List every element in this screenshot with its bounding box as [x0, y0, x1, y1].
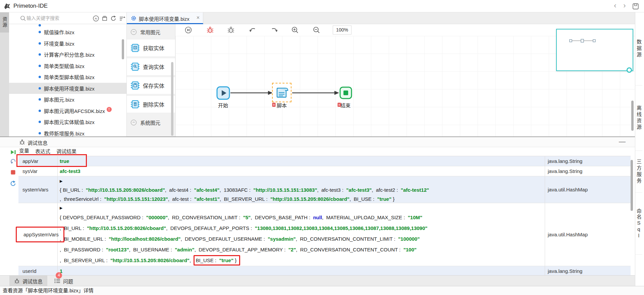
gear-icon: [131, 15, 137, 21]
tab-variables[interactable]: 变量: [18, 147, 30, 155]
tab-close-icon[interactable]: ×: [197, 15, 200, 21]
resume-icon[interactable]: [10, 149, 16, 155]
tree-bullet-icon: [39, 24, 41, 26]
tree-bullet-icon: [39, 42, 41, 45]
tree-bullet-icon: [39, 76, 41, 78]
debug-scrollbar[interactable]: [631, 160, 633, 211]
sort-list-icon[interactable]: [119, 15, 125, 22]
minimize-panel-button[interactable]: —: [619, 138, 626, 145]
minimap-preview: [568, 37, 608, 45]
debug-panel: 调试信息 — 变量 表达式 调试结果 appVar true java.lang…: [0, 136, 635, 275]
redo-icon[interactable]: [270, 26, 278, 34]
zoom-out-icon[interactable]: [313, 26, 320, 34]
var-name: sysVar: [18, 166, 58, 176]
palette-item-save-entity[interactable]: 保存实体: [127, 77, 175, 94]
table-row-appsystemvars[interactable]: appSystemVars ▶{ DEVOPS_DEFAULT_PASSWORD…: [18, 203, 631, 266]
module-box-icon[interactable]: [101, 15, 108, 22]
debug-active-icon[interactable]: [206, 26, 214, 34]
var-value[interactable]: ▶{ DEVOPS_DEFAULT_PASSWORD : "000000", R…: [58, 203, 545, 266]
end-node[interactable]: [339, 86, 352, 99]
collapse-icon[interactable]: −: [131, 120, 137, 125]
refresh-icon[interactable]: [110, 15, 117, 22]
tab-label: 脚本使用环境变量.bizx: [139, 15, 190, 22]
script-node[interactable]: [274, 85, 289, 100]
tree-item[interactable]: 脚本图元调用AFCSDK.bizx!: [9, 105, 126, 117]
tree-item[interactable]: 教师新增服务.bizx: [9, 128, 126, 137]
step-over-icon[interactable]: [10, 158, 16, 164]
bottom-tab-problems[interactable]: 问题: [50, 276, 78, 286]
palette-item-delete-entity[interactable]: 删除实体: [127, 96, 175, 113]
var-type: java.util.HashMap: [545, 176, 631, 203]
start-node-label: 开始: [210, 102, 236, 109]
tree-item[interactable]: 脚本图元实体赋值.bizx: [9, 116, 126, 128]
bottom-tab-debug-info[interactable]: 调试信息: [9, 276, 47, 286]
tree-item[interactable]: 简单类型脚本赋值.bizx: [9, 71, 126, 83]
collapse-icon[interactable]: −: [131, 29, 137, 35]
left-rail-tab-resources[interactable]: 资源: [0, 12, 9, 33]
right-tab-named-sql[interactable]: 命名Sql: [635, 193, 642, 255]
chip-get-entity-icon: [130, 43, 140, 53]
tree-bullet-icon: [39, 121, 41, 123]
script-node-change-marker-icon: [272, 103, 276, 107]
palette-section-system[interactable]: − 系统图元: [127, 115, 175, 130]
table-row-userid[interactable]: userId 1 java.lang.String: [18, 266, 631, 276]
debug-bug-icon: [19, 139, 25, 145]
debug-settings-icon[interactable]: [227, 26, 235, 34]
tree-item[interactable]: 赋值操作.bizx: [9, 26, 126, 38]
search-input[interactable]: [26, 14, 87, 22]
undo-icon[interactable]: [249, 26, 257, 34]
tree-scrollbar[interactable]: [122, 39, 124, 59]
tree-item[interactable]: 环境变量.bizx: [9, 38, 126, 49]
nav-back-button[interactable]: ‹: [611, 2, 619, 10]
tree-bullet-icon: [39, 53, 41, 56]
run-step-icon[interactable]: [184, 26, 192, 34]
palette-item-get-entity[interactable]: 获取实体: [127, 40, 175, 56]
table-row-appvar[interactable]: appVar true java.lang.String: [18, 156, 631, 166]
editor-tab-bar: 脚本使用环境变量.bizx ×: [127, 12, 635, 24]
right-tab-third-party-service[interactable]: 三方服务: [635, 151, 642, 193]
variables-table: appVar true java.lang.String sysVar afc-…: [18, 156, 631, 276]
var-name: appVar: [18, 156, 58, 166]
tree-item-selected[interactable]: 脚本使用环境变量.bizx: [9, 83, 126, 94]
right-tab-datasource[interactable]: 数据源: [635, 12, 642, 85]
tab-debug-result[interactable]: 调试结果: [56, 148, 77, 155]
status-bar: 查看资源「脚本使用环境变量.bizx」详情: [0, 286, 644, 295]
table-row-systemvars[interactable]: systemVars ▶{ BI_URL : "http://10.15.15.…: [18, 176, 631, 203]
app-title: Primeton-IDE: [13, 3, 48, 9]
tree-item[interactable]: 计算客户积分信息.bizx: [9, 49, 126, 60]
save-icon[interactable]: [632, 3, 639, 10]
minimap-resize-handle[interactable]: [627, 67, 632, 73]
nav-forward-button[interactable]: ›: [621, 2, 629, 10]
chip-query-entity-icon: [130, 62, 140, 72]
chip-save-entity-icon: [130, 80, 140, 91]
zoom-level-display[interactable]: 100%: [333, 25, 352, 35]
debug-panel-header: 调试信息 —: [0, 137, 635, 147]
tree-bullet-icon: [39, 110, 41, 112]
error-badge: !: [107, 107, 112, 112]
start-node[interactable]: [216, 86, 230, 100]
tab-expressions[interactable]: 表达式: [35, 148, 51, 155]
zoom-in-icon[interactable]: [291, 26, 299, 34]
canvas-scrollbar[interactable]: [631, 101, 634, 131]
tree-item-partial[interactable]: [9, 24, 126, 26]
minimap-overview[interactable]: [556, 29, 633, 71]
restart-icon[interactable]: [10, 180, 16, 186]
tab-script-env-vars[interactable]: 脚本使用环境变量.bizx ×: [127, 12, 203, 24]
table-row-sysvar[interactable]: sysVar afc-test3 java.lang.String: [18, 166, 631, 176]
stop-icon[interactable]: [10, 169, 16, 175]
problems-count-badge: 4: [56, 272, 62, 279]
right-tab-offline-resource[interactable]: 离线资源: [635, 85, 642, 151]
var-name: appSystemVars: [18, 203, 58, 266]
var-value: 1: [58, 266, 545, 276]
app-logo-icon: [3, 2, 11, 10]
palette-item-query-entity[interactable]: 查询实体: [127, 58, 175, 75]
palette-scrollbar[interactable]: [171, 62, 173, 136]
tree-item[interactable]: 简单类型赋值.bizx: [9, 60, 126, 72]
right-rail: 数据源 离线资源 三方服务 命名Sql: [635, 12, 644, 286]
palette-section-common[interactable]: − 常用图元: [127, 24, 175, 40]
tree-item[interactable]: 脚本图元.bizx: [9, 94, 126, 105]
var-value[interactable]: ▶{ BI_URL : "http://10.15.15.205:8026/cb…: [58, 176, 545, 203]
primeton-ide-window: Primeton-IDE ‹ › 资源 AI 赋值操作.bizx 环境变量.bi…: [0, 0, 644, 295]
var-name: userId: [18, 266, 58, 276]
ai-icon[interactable]: AI: [93, 15, 99, 22]
